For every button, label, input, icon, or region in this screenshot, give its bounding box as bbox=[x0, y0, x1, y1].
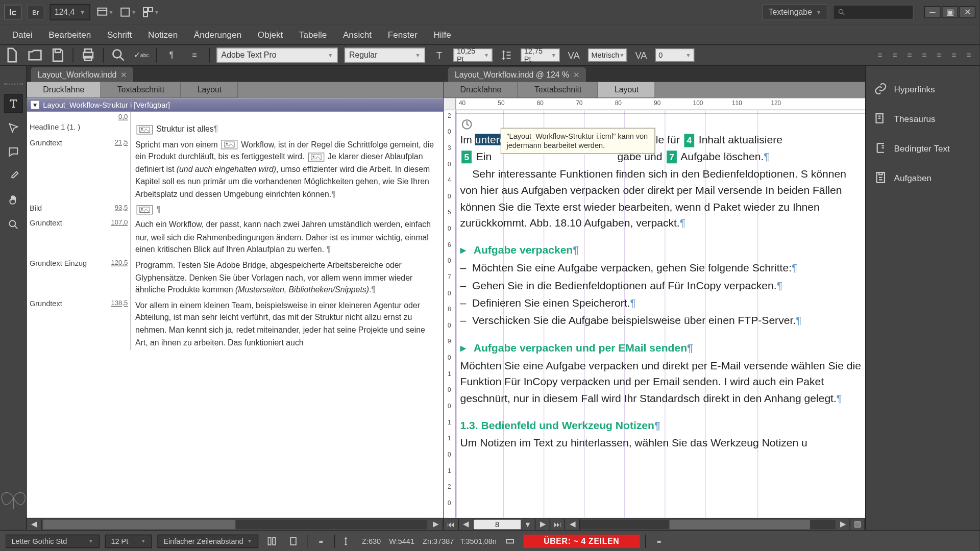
view-tab-layout[interactable]: Layout bbox=[181, 82, 238, 98]
menu-help[interactable]: Hilfe bbox=[426, 25, 459, 43]
panel-grip[interactable] bbox=[4, 80, 22, 85]
story-text[interactable]: Struktur ist alles¶ bbox=[131, 122, 444, 137]
galley-row[interactable]: Headline 1 (1. ) Struktur ist alles¶ bbox=[27, 122, 444, 137]
open-icon[interactable] bbox=[27, 48, 43, 63]
align-center-icon[interactable]: ≡ bbox=[888, 48, 901, 62]
list-item-3[interactable]: – Definieren Sie einen Speicherort.¶ bbox=[460, 295, 862, 312]
galley-row[interactable]: Bild93,5 ¶ bbox=[27, 202, 444, 217]
menu-edit[interactable]: Bearbeiten bbox=[41, 25, 100, 43]
panel-hyperlinks[interactable]: Hyperlinks bbox=[869, 74, 977, 104]
position-tool[interactable] bbox=[4, 118, 22, 137]
menu-icon[interactable]: ≡ bbox=[313, 534, 329, 548]
minimize-button[interactable]: ─ bbox=[924, 6, 941, 18]
story-text[interactable]: Spricht man von einem Workflow, ist in d… bbox=[131, 137, 444, 202]
view-tab-layout-r[interactable]: Layout bbox=[598, 82, 655, 98]
align-justify-left-icon[interactable]: ≡ bbox=[933, 48, 946, 62]
zoom-tool[interactable] bbox=[4, 215, 22, 234]
split-view-button[interactable]: ▥ bbox=[850, 519, 865, 530]
menu-notes[interactable]: Notizen bbox=[140, 25, 186, 43]
galley-row[interactable]: Grundtext138,5Vor allem in einem kleinen… bbox=[27, 298, 444, 350]
scroll-left-button[interactable]: ◀ bbox=[565, 519, 580, 530]
find-icon[interactable] bbox=[110, 48, 127, 63]
search-input[interactable] bbox=[833, 5, 914, 19]
page-dropdown[interactable]: ▼ bbox=[521, 519, 535, 530]
page-number-input[interactable]: 8 bbox=[474, 519, 521, 529]
screen-mode-icon[interactable]: ▼ bbox=[118, 5, 137, 19]
align-justify-icon[interactable]: ≡ bbox=[918, 48, 931, 62]
note-tool[interactable] bbox=[4, 142, 22, 161]
body-paragraph-4[interactable]: Um Notizen im Text zu hinterlassen, wähl… bbox=[460, 435, 862, 452]
eyedropper-tool[interactable] bbox=[4, 167, 22, 186]
type-tool[interactable] bbox=[4, 94, 22, 113]
document-tab-right[interactable]: Layout_Workflow.indd @ 124 % ✕ bbox=[448, 67, 586, 82]
story-text[interactable]: Vor allem in einem kleinen Team, beispie… bbox=[131, 298, 444, 350]
leading-input[interactable]: 12,75 Pt▼ bbox=[521, 48, 559, 62]
vertical-ruler[interactable]: 2030405060708090100110120 bbox=[444, 110, 456, 518]
font-size-input[interactable]: 10,25 Pt▼ bbox=[453, 48, 492, 62]
close-icon[interactable]: ✕ bbox=[573, 70, 579, 79]
close-icon[interactable]: ✕ bbox=[120, 70, 127, 79]
galley-row[interactable]: Grundtext107,0Auch ein Workflow, der pas… bbox=[27, 217, 444, 258]
document-tab-left[interactable]: Layout_Workflow.indd ✕ bbox=[31, 67, 134, 82]
columns-icon[interactable] bbox=[264, 534, 280, 548]
menu-changes[interactable]: Änderungen bbox=[186, 25, 250, 43]
new-icon[interactable] bbox=[4, 48, 20, 63]
menu-view[interactable]: Ansicht bbox=[335, 25, 380, 43]
status-menu-icon[interactable]: ≡ bbox=[651, 534, 667, 548]
view-tab-textabschnitt-r[interactable]: Textabschnitt bbox=[518, 82, 598, 98]
status-leading-select[interactable]: Einfacher Zeilenabstand▼ bbox=[157, 534, 258, 547]
panel-assignments[interactable]: Aufgaben bbox=[869, 163, 977, 192]
story-text[interactable] bbox=[131, 112, 444, 122]
view-options-icon[interactable]: ▼ bbox=[95, 5, 114, 19]
panel-thesaurus[interactable]: Thesaurus bbox=[869, 104, 977, 133]
story-text[interactable]: Auch ein Workflow, der passt, kann nach … bbox=[131, 217, 444, 258]
first-page-button[interactable]: ⏮ bbox=[444, 519, 459, 530]
heading-email[interactable]: ▸ Aufgabe verpacken und per EMail senden… bbox=[460, 340, 862, 357]
list-item-2[interactable]: – Gehen Sie in die Bedienfeldoptionen au… bbox=[460, 278, 862, 294]
body-paragraph-2[interactable]: Sehr interessante Funktionen finden sich… bbox=[460, 166, 862, 231]
last-page-button[interactable]: ⏭ bbox=[550, 519, 565, 530]
story-text[interactable]: Programm. Testen Sie Adobe Bridge, abges… bbox=[131, 258, 444, 298]
align-right-icon[interactable]: ≡ bbox=[903, 48, 916, 62]
hand-tool[interactable] bbox=[4, 191, 22, 210]
copyfit-icon[interactable] bbox=[340, 534, 357, 548]
bridge-button[interactable]: Br bbox=[27, 5, 44, 19]
story-text[interactable]: ¶ bbox=[131, 202, 444, 217]
galley-row[interactable]: Grundtext Einzug120,5Programm. Testen Si… bbox=[27, 258, 444, 298]
view-tab-druckfahne[interactable]: Druckfahne bbox=[27, 82, 101, 98]
horizontal-scrollbar[interactable] bbox=[580, 519, 836, 529]
horizontal-ruler[interactable]: 405060708090100110120 bbox=[444, 98, 865, 110]
galley-row[interactable]: 0,0 bbox=[27, 112, 444, 122]
menu-window[interactable]: Fenster bbox=[380, 25, 426, 43]
assignment-header[interactable]: ▼ Layout_Workflow-Struktur i [Verfügbar] bbox=[27, 98, 444, 111]
workspace-dropdown[interactable]: Texteingabe ▼ bbox=[763, 4, 827, 20]
pilcrow-icon[interactable]: ¶ bbox=[163, 48, 180, 63]
maximize-button[interactable]: ▣ bbox=[942, 6, 958, 18]
zoom-level-dropdown[interactable]: 124,4 ▼ bbox=[50, 4, 90, 20]
font-family-select[interactable]: Adobe Text Pro▼ bbox=[216, 48, 337, 63]
print-icon[interactable] bbox=[80, 48, 96, 63]
align-justify-center-icon[interactable]: ≡ bbox=[947, 48, 961, 62]
tracking-input[interactable]: 0▼ bbox=[655, 48, 694, 62]
menu-file[interactable]: Datei bbox=[4, 25, 41, 43]
list-item-4[interactable]: – Verschicken Sie die Aufgabe beispielsw… bbox=[460, 313, 862, 329]
menu-object[interactable]: Objekt bbox=[250, 25, 291, 43]
heading-1-3[interactable]: 1.3. Bedienfeld und Werkzeug Notizen¶ bbox=[460, 417, 862, 434]
next-page-button[interactable]: ▶ bbox=[535, 519, 550, 530]
arrange-icon[interactable]: ▼ bbox=[141, 5, 160, 19]
status-font-select[interactable]: Letter Gothic Std▼ bbox=[6, 534, 100, 547]
view-tab-textabschnitt[interactable]: Textabschnitt bbox=[101, 82, 181, 98]
close-button[interactable]: ✕ bbox=[959, 6, 975, 18]
horizontal-scrollbar-left[interactable]: ◀ ▶ bbox=[27, 518, 444, 530]
disclosure-icon[interactable]: ▼ bbox=[31, 101, 39, 109]
scroll-right-button[interactable]: ▶ bbox=[836, 519, 850, 530]
copyfit-progress-icon[interactable] bbox=[502, 534, 518, 548]
font-style-select[interactable]: Regular▼ bbox=[345, 48, 425, 63]
update-content-icon[interactable] bbox=[460, 118, 474, 131]
menu-type[interactable]: Schrift bbox=[99, 25, 140, 43]
view-tab-druckfahne-r[interactable]: Druckfahne bbox=[444, 82, 518, 98]
body-paragraph-3[interactable]: Möchten Sie eine Aufgabe verpacken und d… bbox=[460, 358, 862, 407]
galley-row[interactable]: Grundtext21,5Spricht man von einem Workf… bbox=[27, 137, 444, 202]
kerning-select[interactable]: Metrisch▼ bbox=[588, 48, 627, 62]
align-justify-right-icon[interactable]: ≡ bbox=[962, 48, 975, 62]
